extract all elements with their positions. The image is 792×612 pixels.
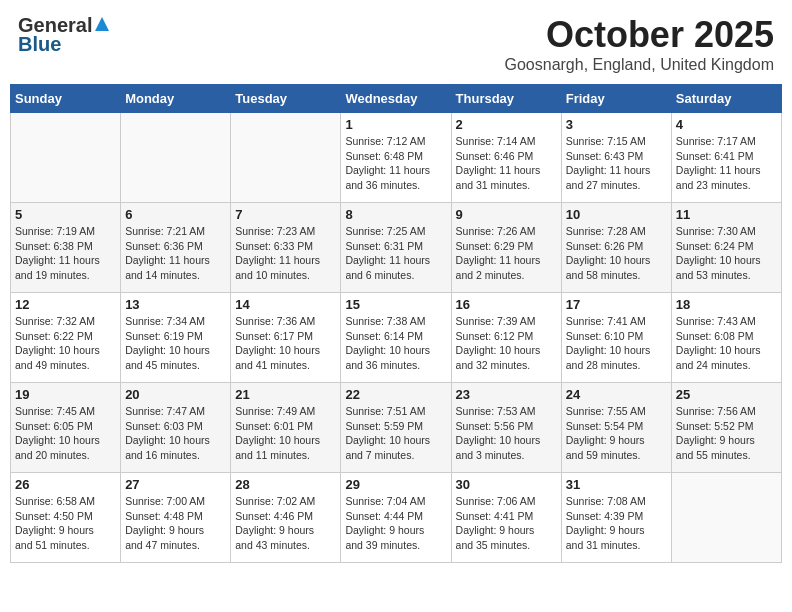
day-info: Sunrise: 7:38 AM Sunset: 6:14 PM Dayligh… [345, 314, 446, 373]
day-info: Sunrise: 7:34 AM Sunset: 6:19 PM Dayligh… [125, 314, 226, 373]
calendar-cell: 17Sunrise: 7:41 AM Sunset: 6:10 PM Dayli… [561, 293, 671, 383]
calendar-cell: 11Sunrise: 7:30 AM Sunset: 6:24 PM Dayli… [671, 203, 781, 293]
calendar-cell: 25Sunrise: 7:56 AM Sunset: 5:52 PM Dayli… [671, 383, 781, 473]
calendar-cell: 21Sunrise: 7:49 AM Sunset: 6:01 PM Dayli… [231, 383, 341, 473]
day-number: 24 [566, 387, 667, 402]
page-header: General Blue October 2025 Goosnargh, Eng… [10, 10, 782, 78]
day-number: 3 [566, 117, 667, 132]
day-info: Sunrise: 7:56 AM Sunset: 5:52 PM Dayligh… [676, 404, 777, 463]
day-header-tuesday: Tuesday [231, 85, 341, 113]
calendar-cell [121, 113, 231, 203]
day-number: 16 [456, 297, 557, 312]
day-number: 5 [15, 207, 116, 222]
day-header-saturday: Saturday [671, 85, 781, 113]
calendar-table: SundayMondayTuesdayWednesdayThursdayFrid… [10, 84, 782, 563]
week-row-3: 12Sunrise: 7:32 AM Sunset: 6:22 PM Dayli… [11, 293, 782, 383]
calendar-cell: 16Sunrise: 7:39 AM Sunset: 6:12 PM Dayli… [451, 293, 561, 383]
calendar-cell: 14Sunrise: 7:36 AM Sunset: 6:17 PM Dayli… [231, 293, 341, 383]
calendar-cell [671, 473, 781, 563]
day-info: Sunrise: 6:58 AM Sunset: 4:50 PM Dayligh… [15, 494, 116, 553]
calendar-cell: 23Sunrise: 7:53 AM Sunset: 5:56 PM Dayli… [451, 383, 561, 473]
day-number: 12 [15, 297, 116, 312]
calendar-cell: 8Sunrise: 7:25 AM Sunset: 6:31 PM Daylig… [341, 203, 451, 293]
title-section: October 2025 Goosnargh, England, United … [504, 14, 774, 74]
day-info: Sunrise: 7:04 AM Sunset: 4:44 PM Dayligh… [345, 494, 446, 553]
calendar-cell: 31Sunrise: 7:08 AM Sunset: 4:39 PM Dayli… [561, 473, 671, 563]
day-info: Sunrise: 7:55 AM Sunset: 5:54 PM Dayligh… [566, 404, 667, 463]
day-number: 10 [566, 207, 667, 222]
day-info: Sunrise: 7:30 AM Sunset: 6:24 PM Dayligh… [676, 224, 777, 283]
calendar-cell: 24Sunrise: 7:55 AM Sunset: 5:54 PM Dayli… [561, 383, 671, 473]
day-header-thursday: Thursday [451, 85, 561, 113]
day-number: 15 [345, 297, 446, 312]
calendar-cell: 3Sunrise: 7:15 AM Sunset: 6:43 PM Daylig… [561, 113, 671, 203]
day-info: Sunrise: 7:51 AM Sunset: 5:59 PM Dayligh… [345, 404, 446, 463]
day-number: 18 [676, 297, 777, 312]
calendar-cell: 13Sunrise: 7:34 AM Sunset: 6:19 PM Dayli… [121, 293, 231, 383]
day-info: Sunrise: 7:36 AM Sunset: 6:17 PM Dayligh… [235, 314, 336, 373]
logo-blue-text: Blue [18, 33, 61, 56]
day-number: 2 [456, 117, 557, 132]
day-info: Sunrise: 7:28 AM Sunset: 6:26 PM Dayligh… [566, 224, 667, 283]
day-number: 21 [235, 387, 336, 402]
day-number: 28 [235, 477, 336, 492]
day-number: 4 [676, 117, 777, 132]
calendar-cell: 27Sunrise: 7:00 AM Sunset: 4:48 PM Dayli… [121, 473, 231, 563]
calendar-cell: 22Sunrise: 7:51 AM Sunset: 5:59 PM Dayli… [341, 383, 451, 473]
day-info: Sunrise: 7:43 AM Sunset: 6:08 PM Dayligh… [676, 314, 777, 373]
day-info: Sunrise: 7:15 AM Sunset: 6:43 PM Dayligh… [566, 134, 667, 193]
day-info: Sunrise: 7:06 AM Sunset: 4:41 PM Dayligh… [456, 494, 557, 553]
day-info: Sunrise: 7:25 AM Sunset: 6:31 PM Dayligh… [345, 224, 446, 283]
location-subtitle: Goosnargh, England, United Kingdom [504, 56, 774, 74]
day-info: Sunrise: 7:32 AM Sunset: 6:22 PM Dayligh… [15, 314, 116, 373]
logo: General Blue [18, 14, 111, 56]
day-info: Sunrise: 7:14 AM Sunset: 6:46 PM Dayligh… [456, 134, 557, 193]
svg-marker-0 [95, 17, 109, 31]
day-header-wednesday: Wednesday [341, 85, 451, 113]
month-title: October 2025 [504, 14, 774, 56]
day-number: 29 [345, 477, 446, 492]
day-number: 22 [345, 387, 446, 402]
day-header-sunday: Sunday [11, 85, 121, 113]
calendar-cell: 5Sunrise: 7:19 AM Sunset: 6:38 PM Daylig… [11, 203, 121, 293]
calendar-cell [231, 113, 341, 203]
calendar-cell: 15Sunrise: 7:38 AM Sunset: 6:14 PM Dayli… [341, 293, 451, 383]
days-header-row: SundayMondayTuesdayWednesdayThursdayFrid… [11, 85, 782, 113]
week-row-5: 26Sunrise: 6:58 AM Sunset: 4:50 PM Dayli… [11, 473, 782, 563]
day-number: 6 [125, 207, 226, 222]
day-info: Sunrise: 7:53 AM Sunset: 5:56 PM Dayligh… [456, 404, 557, 463]
day-number: 13 [125, 297, 226, 312]
day-info: Sunrise: 7:17 AM Sunset: 6:41 PM Dayligh… [676, 134, 777, 193]
calendar-cell: 26Sunrise: 6:58 AM Sunset: 4:50 PM Dayli… [11, 473, 121, 563]
day-info: Sunrise: 7:21 AM Sunset: 6:36 PM Dayligh… [125, 224, 226, 283]
day-number: 7 [235, 207, 336, 222]
week-row-4: 19Sunrise: 7:45 AM Sunset: 6:05 PM Dayli… [11, 383, 782, 473]
week-row-1: 1Sunrise: 7:12 AM Sunset: 6:48 PM Daylig… [11, 113, 782, 203]
calendar-cell: 20Sunrise: 7:47 AM Sunset: 6:03 PM Dayli… [121, 383, 231, 473]
day-number: 17 [566, 297, 667, 312]
day-number: 9 [456, 207, 557, 222]
day-number: 31 [566, 477, 667, 492]
day-number: 27 [125, 477, 226, 492]
calendar-cell: 1Sunrise: 7:12 AM Sunset: 6:48 PM Daylig… [341, 113, 451, 203]
day-info: Sunrise: 7:00 AM Sunset: 4:48 PM Dayligh… [125, 494, 226, 553]
calendar-cell: 28Sunrise: 7:02 AM Sunset: 4:46 PM Dayli… [231, 473, 341, 563]
day-info: Sunrise: 7:08 AM Sunset: 4:39 PM Dayligh… [566, 494, 667, 553]
day-number: 30 [456, 477, 557, 492]
day-number: 23 [456, 387, 557, 402]
logo-icon [93, 15, 111, 33]
calendar-cell [11, 113, 121, 203]
calendar-cell: 19Sunrise: 7:45 AM Sunset: 6:05 PM Dayli… [11, 383, 121, 473]
day-number: 11 [676, 207, 777, 222]
day-header-monday: Monday [121, 85, 231, 113]
day-number: 19 [15, 387, 116, 402]
calendar-cell: 30Sunrise: 7:06 AM Sunset: 4:41 PM Dayli… [451, 473, 561, 563]
calendar-cell: 12Sunrise: 7:32 AM Sunset: 6:22 PM Dayli… [11, 293, 121, 383]
day-info: Sunrise: 7:47 AM Sunset: 6:03 PM Dayligh… [125, 404, 226, 463]
calendar-cell: 6Sunrise: 7:21 AM Sunset: 6:36 PM Daylig… [121, 203, 231, 293]
calendar-cell: 29Sunrise: 7:04 AM Sunset: 4:44 PM Dayli… [341, 473, 451, 563]
calendar-cell: 9Sunrise: 7:26 AM Sunset: 6:29 PM Daylig… [451, 203, 561, 293]
calendar-cell: 10Sunrise: 7:28 AM Sunset: 6:26 PM Dayli… [561, 203, 671, 293]
day-number: 8 [345, 207, 446, 222]
day-number: 20 [125, 387, 226, 402]
